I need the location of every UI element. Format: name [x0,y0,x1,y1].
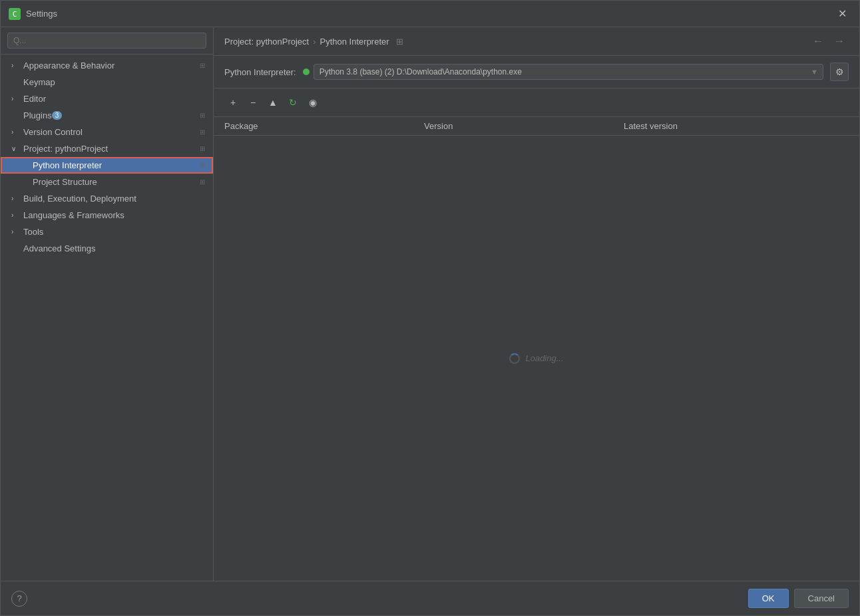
interpreter-row: Python Interpreter: Python 3.8 (base) (2… [214,56,859,88]
interpreter-label: Python Interpreter: [224,67,296,77]
sidebar-item-label: Version Control [23,127,83,137]
packages-table-header: Package Version Latest version [214,117,859,136]
sidebar-item-label: Project Structure [33,177,97,187]
sidebar-item-plugins[interactable]: Plugins 3 ⊞ [1,107,213,124]
sidebar-item-python-interpreter[interactable]: Python Interpreter ⊞ [1,157,213,174]
interpreter-gear-button[interactable]: ⚙ [830,63,849,81]
cancel-button[interactable]: Cancel [794,589,849,608]
sidebar-item-project[interactable]: ∨ Project: pythonProject ⊞ [1,140,213,157]
loading-text: Loading... [525,353,563,363]
sidebar-item-keymap[interactable]: Keymap [1,74,213,90]
close-button[interactable]: ✕ [833,5,851,23]
ok-button[interactable]: OK [748,589,789,608]
right-panel: Project: pythonProject › Python Interpre… [214,27,859,581]
add-package-button[interactable]: + [224,94,242,111]
help-icon: ? [17,593,21,603]
plugins-badge: 3 [52,111,63,120]
spinner-icon [509,353,520,364]
sidebar-item-label: Tools [23,227,43,237]
loading-indicator: Loading... [509,353,563,364]
breadcrumb-bar: Project: pythonProject › Python Interpre… [214,27,859,56]
show-details-button[interactable]: ◉ [304,94,322,111]
chevron-down-icon: ∨ [11,145,19,152]
sidebar: › Appearance & Behavior ⊞ Keymap › Edito… [1,27,214,581]
interpreter-select-wrap: Python 3.8 (base) (2) D:\Download\Anacon… [303,64,823,80]
interpreter-status-dot [303,69,310,75]
breadcrumb-current: Python Interpreter [320,37,389,47]
sidebar-item-tools[interactable]: › Tools [1,224,213,240]
external-icon: ⊞ [200,178,205,186]
external-icon: ⊞ [200,145,205,152]
main-content: › Appearance & Behavior ⊞ Keymap › Edito… [1,27,859,581]
external-icon: ⊞ [200,162,205,169]
bottom-actions: OK Cancel [748,589,849,608]
remove-package-button[interactable]: − [244,94,262,111]
chevron-right-icon: › [11,195,19,202]
chevron-right-icon: › [11,228,19,235]
sidebar-item-label: Python Interpreter [33,160,102,170]
search-bar [1,27,213,55]
external-icon: ⊞ [200,112,205,119]
app-icon: C [9,8,21,20]
sidebar-item-languages[interactable]: › Languages & Frameworks [1,207,213,224]
sidebar-item-label: Appearance & Behavior [23,61,114,71]
svg-text:C: C [13,10,17,19]
chevron-right-icon: › [11,212,19,219]
nav-forward-button[interactable]: → [830,34,849,49]
sidebar-item-label: Build, Execution, Deployment [23,194,136,204]
pin-icon: ⊞ [396,37,403,47]
sidebar-item-appearance[interactable]: › Appearance & Behavior ⊞ [1,57,213,74]
packages-table-body: Loading... [214,136,859,581]
search-input[interactable] [7,33,206,49]
sidebar-items: › Appearance & Behavior ⊞ Keymap › Edito… [1,55,213,581]
sidebar-item-build[interactable]: › Build, Execution, Deployment [1,190,213,207]
external-icon: ⊞ [200,62,205,69]
sidebar-item-label: Keymap [23,77,55,87]
help-button[interactable]: ? [11,591,27,607]
nav-back-button[interactable]: ← [809,34,827,49]
sidebar-item-label: Languages & Frameworks [23,210,124,220]
sidebar-item-advanced[interactable]: Advanced Settings [1,240,213,257]
breadcrumb-nav: ← → [809,34,849,49]
breadcrumb-project: Project: pythonProject [224,37,309,47]
chevron-right-icon: › [11,62,19,69]
column-version: Version [424,121,624,131]
bottom-bar: ? OK Cancel [1,581,859,615]
column-latest-version: Latest version [624,121,849,131]
sidebar-item-editor[interactable]: › Editor [1,90,213,107]
title-bar: C Settings ✕ [1,1,859,27]
external-icon: ⊞ [200,128,205,136]
sidebar-item-label: Editor [23,94,46,104]
breadcrumb-separator: › [313,37,316,47]
title-text: Settings [26,9,833,19]
settings-window: C Settings ✕ › Appearance & Behavior ⊞ [0,0,860,616]
sidebar-item-label: Plugins [23,110,52,120]
upgrade-package-button[interactable]: ▲ [264,94,282,111]
package-toolbar: + − ▲ ↻ ◉ [214,88,859,117]
refresh-packages-button[interactable]: ↻ [284,94,302,111]
chevron-right-icon: › [11,128,19,136]
interpreter-select[interactable]: Python 3.8 (base) (2) D:\Download\Anacon… [314,64,823,80]
column-package: Package [224,121,424,131]
sidebar-item-version-control[interactable]: › Version Control ⊞ [1,124,213,140]
sidebar-item-label: Advanced Settings [23,243,95,253]
chevron-right-icon: › [11,95,19,102]
sidebar-item-project-structure[interactable]: Project Structure ⊞ [1,174,213,190]
sidebar-item-label: Project: pythonProject [23,144,108,154]
